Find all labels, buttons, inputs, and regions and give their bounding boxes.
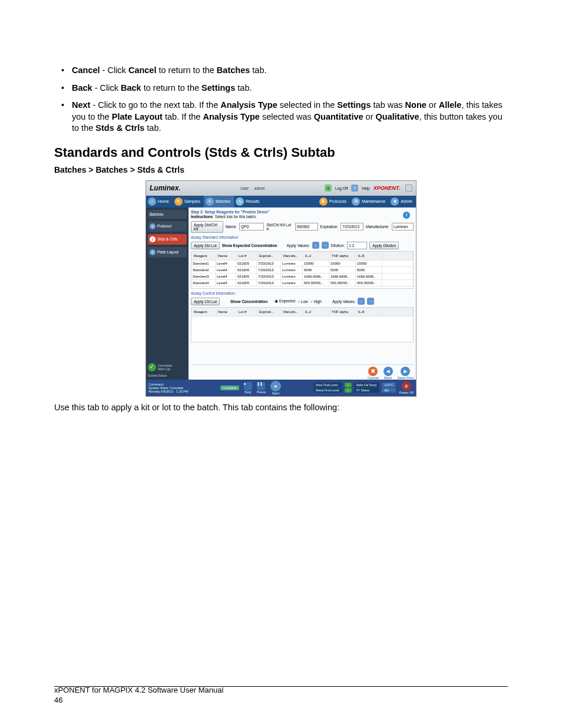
col-manufacturer: Manufa... — [282, 309, 304, 315]
power-off-button[interactable]: ⏻Power Off — [399, 381, 414, 394]
nav-batches[interactable]: ≡Batches — [204, 196, 234, 207]
arrow-right-icon[interactable]: → — [367, 298, 374, 305]
eject-button[interactable]: ⏏Eject — [270, 381, 281, 395]
manufacturer-input[interactable]: Luminex — [392, 223, 414, 230]
apply-kit-button[interactable]: Apply Std/Ctrl Kit — [191, 221, 223, 233]
col-il2: IL-2 — [304, 253, 330, 259]
delta-cal-label: Delta Cal Temp: — [354, 383, 379, 387]
user-value: admin — [254, 186, 265, 190]
waste-fluid-label: Waste Fluid Level: — [313, 388, 342, 393]
pause-button[interactable]: ❚❚Pause — [257, 382, 266, 394]
samples-icon: ✎ — [174, 197, 183, 206]
controls-table[interactable]: Reagent Name Lot # Expirati... Manufa...… — [191, 307, 414, 342]
nav-protocols[interactable]: 🗎Protocols — [318, 196, 350, 207]
col-reagent: Reagent — [193, 253, 217, 259]
status-complete: Complete — [220, 386, 239, 390]
apply-values-label-2: Apply Values: — [332, 299, 355, 304]
logoff-button[interactable]: Log Off — [335, 186, 348, 190]
cancel-icon: ✖ — [368, 367, 378, 376]
col-tnf: TNF alpha — [330, 253, 357, 259]
titlebar: Luminex. User: admin ⎋Log Off ?Help XPON… — [146, 181, 416, 196]
admin-icon: ★ — [391, 197, 399, 206]
name-input[interactable]: QPD — [239, 223, 264, 230]
table-row[interactable]: Standard3Level40216057/23/2013Luminex166… — [191, 274, 413, 280]
table-row[interactable]: Standard4Level40216057/23/2013Luminex555… — [191, 280, 413, 286]
system-status-label: System Status — [148, 374, 187, 377]
arrow-down-icon[interactable]: ↓ — [312, 242, 319, 249]
waste-fluid-status: ✓ — [345, 388, 352, 393]
manufacturer-label: Manufacturer: — [366, 225, 389, 229]
next-icon: ► — [401, 367, 410, 376]
info-icon[interactable]: i — [403, 212, 410, 219]
col-il8: IL-8 — [357, 253, 384, 259]
apply-std-lot-button[interactable]: Apply Std Lot — [191, 242, 220, 249]
col-expiration: Expirati... — [258, 253, 282, 259]
drive-fluid-status: ✓ — [345, 383, 352, 387]
expiration-input[interactable]: 7/23/2013 — [340, 223, 363, 230]
help-icon[interactable]: ? — [351, 185, 358, 192]
dilution-select[interactable]: 1:2 — [347, 242, 367, 249]
kit-lot-input[interactable]: 060982 — [295, 223, 318, 230]
assay-standard-label: Assay Standard Information — [191, 235, 414, 239]
col-lot: Lot # — [237, 309, 258, 315]
stop-icon: ■ — [244, 382, 252, 390]
col-manufacturer: Manufa... — [282, 253, 304, 259]
sidebar-plate-layout[interactable]: 3Plate Layout — [148, 247, 187, 258]
next-button[interactable]: ►Save Prtcl — [398, 367, 414, 380]
show-concentration-label: Show Concentration — [230, 299, 267, 304]
col-lot: Lot # — [237, 253, 258, 259]
main-nav: ⌂Home ✎Samples ≡Batches ∿Results 🗎Protoc… — [146, 196, 416, 207]
col-name: Name — [217, 309, 237, 315]
table-row[interactable]: Standard1Level40216057/23/2013Luminex150… — [191, 261, 413, 267]
breadcrumb: Batches > Batches > Stds & Ctrls — [54, 165, 508, 174]
window-control-icon[interactable] — [405, 185, 412, 192]
apply-values-label: Apply Values: — [287, 243, 310, 248]
logoff-icon[interactable]: ⎋ — [325, 185, 332, 192]
nav-home[interactable]: ⌂Home — [146, 196, 173, 207]
step-3-icon: 3 — [150, 249, 156, 255]
bullet-next: Next - Click to go to the next tab. If t… — [59, 100, 508, 134]
nav-results[interactable]: ∿Results — [234, 196, 263, 207]
nav-admin[interactable]: ★Admin — [389, 196, 416, 207]
bullet-back: Back - Click Back to return to the Setti… — [59, 83, 508, 94]
bullet-cancel: Cancel - Click Cancel to return to the B… — [59, 65, 508, 77]
connection-status: ✓ ConnectedWarm Up — [148, 363, 187, 371]
radio-high[interactable]: ○ High — [310, 299, 322, 304]
col-il2: IL-2 — [304, 309, 330, 315]
power-icon: ⏻ — [402, 381, 411, 391]
cancel-button[interactable]: ✖Cancel — [368, 367, 379, 380]
apply-ctrl-lot-button[interactable]: Apply Ctrl Lot — [191, 298, 220, 305]
maintenance-icon: ⚙ — [352, 197, 360, 206]
main-panel: Step 2: Setup Reagents for "Protein Demo… — [189, 207, 416, 380]
back-button[interactable]: ◄Back — [384, 367, 393, 380]
back-icon: ◄ — [384, 367, 393, 376]
kit-lot-label: Std/Ctrl Kit Lot #: — [266, 223, 293, 231]
help-button[interactable]: Help — [362, 186, 369, 190]
product-logo: XPONENT. — [373, 185, 400, 191]
name-label: Name: — [226, 225, 237, 229]
col-reagent: Reagent — [193, 309, 217, 315]
standards-table[interactable]: Reagent Name Lot # Expirati... Manufa...… — [191, 251, 414, 289]
sidebar-batches[interactable]: Batches — [148, 210, 187, 219]
sidebar-stds-ctrls[interactable]: 2Stds & Ctrls — [148, 234, 187, 245]
sidebar-protocol[interactable]: 1Protocol — [148, 221, 187, 232]
col-expiration: Expirati... — [258, 309, 282, 315]
sidebar: Batches 1Protocol 2Stds & Ctrls 3Plate L… — [146, 207, 189, 380]
show-expected-label: Show Expected Concentration — [222, 243, 277, 248]
arrow-down-icon[interactable]: ↓ — [358, 298, 365, 305]
table-row[interactable]: Standard2Level40216057/23/2013Luminex500… — [191, 267, 413, 274]
col-tnf: TNF alpha — [330, 309, 357, 315]
xy-status-value: Idle — [382, 388, 395, 393]
nav-maintenance[interactable]: ⚙Maintenance — [350, 196, 389, 207]
arrow-right-icon[interactable]: → — [322, 242, 329, 249]
nav-samples[interactable]: ✎Samples — [173, 196, 204, 207]
radio-expected[interactable]: ◉ Expected — [275, 299, 295, 304]
radio-low[interactable]: ○ Low — [297, 299, 308, 304]
assay-control-label: Assay Control Information — [191, 291, 414, 295]
section-heading: Standards and Controls (Stds & Ctrls) Su… — [54, 145, 508, 160]
step-title: Step 2: Setup Reagents for "Protein Demo… — [191, 210, 414, 214]
app-screenshot: Luminex. User: admin ⎋Log Off ?Help XPON… — [146, 180, 416, 397]
apply-dilution-button[interactable]: Apply Dilution — [369, 242, 399, 249]
drive-fluid-label: Drive Fluid Level: — [313, 383, 342, 387]
stop-button[interactable]: ■Stop — [244, 382, 252, 394]
